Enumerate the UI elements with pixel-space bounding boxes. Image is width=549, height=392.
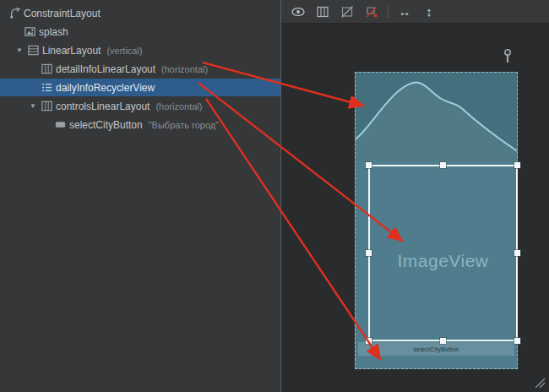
linear-layout-horizontal-icon bbox=[39, 100, 54, 112]
column-guides-icon[interactable] bbox=[314, 3, 331, 20]
tree-item-value: "Выбрать город" bbox=[149, 120, 219, 130]
tree-item-linearlayout[interactable]: ▼ LinearLayout (vertical) bbox=[0, 41, 280, 59]
linear-layout-vertical-icon bbox=[25, 44, 41, 57]
detail-info-chart-area[interactable] bbox=[356, 73, 517, 161]
toggle-off-red-icon[interactable] bbox=[363, 3, 380, 20]
tree-item-label: LinearLayout bbox=[42, 45, 101, 57]
toggle-off-icon[interactable] bbox=[339, 3, 356, 20]
resize-handle[interactable] bbox=[440, 162, 446, 168]
tree-item-meta: (horizontal) bbox=[155, 101, 202, 112]
button-icon bbox=[52, 118, 68, 131]
resize-handle[interactable] bbox=[514, 250, 520, 256]
resize-handle[interactable] bbox=[514, 162, 520, 168]
tree-item-label: dailyInfoRecyclerView bbox=[56, 82, 155, 94]
resize-grip[interactable] bbox=[532, 375, 546, 389]
selection-rect-recyclerview[interactable]: ImageView bbox=[368, 165, 518, 341]
tree-item-detailinfolinearlayout[interactable]: detailInfoLinearLayout (horizontal) bbox=[0, 60, 280, 78]
recycler-view-list-icon bbox=[39, 81, 54, 94]
weather-curve bbox=[356, 73, 517, 161]
imageview-component[interactable]: ImageView bbox=[370, 251, 516, 271]
device-preview[interactable]: ImageView selectCityButton bbox=[355, 72, 518, 369]
tree-item-label: ConstraintLayout bbox=[24, 8, 101, 19]
toolbar-divider bbox=[388, 5, 389, 18]
tree-item-selectcitybutton[interactable]: selectCityButton "Выбрать город" bbox=[0, 116, 280, 133]
resize-handle[interactable] bbox=[366, 162, 372, 168]
tree-item-controlslinearlayout[interactable]: ▼ controlsLinearLayout (horizontal) bbox=[0, 97, 280, 115]
tree-item-splash[interactable]: splash bbox=[0, 23, 280, 41]
tree-item-label: selectCityButton bbox=[69, 119, 143, 131]
linear-layout-horizontal-icon bbox=[39, 63, 54, 75]
resize-handle[interactable] bbox=[366, 250, 372, 256]
eye-icon[interactable] bbox=[290, 3, 307, 20]
tree-item-label: detailInfoLinearLayout bbox=[56, 63, 155, 75]
select-city-button-preview[interactable]: selectCityButton bbox=[358, 342, 514, 356]
tree-item-meta: (horizontal) bbox=[161, 64, 208, 74]
tree-item-label: controlsLinearLayout bbox=[56, 101, 149, 112]
tree-item-dailyinforecyclerview[interactable]: dailyInfoRecyclerView bbox=[0, 79, 280, 96]
wrench-icon[interactable] bbox=[500, 48, 515, 65]
design-surface-toolbar: ↔ ↕ bbox=[281, 0, 549, 24]
resize-handle[interactable] bbox=[514, 338, 520, 344]
tree-item-meta: (vertical) bbox=[106, 46, 142, 56]
constraint-layout-icon bbox=[7, 7, 22, 19]
chevron-down-icon[interactable]: ▼ bbox=[14, 46, 25, 54]
tree-item-label: splash bbox=[39, 26, 68, 38]
chevron-down-icon[interactable]: ▼ bbox=[27, 102, 39, 110]
tree-item-constraintlayout[interactable]: ConstraintLayout bbox=[0, 4, 280, 22]
vertical-resize-icon[interactable]: ↕ bbox=[421, 3, 438, 20]
horizontal-resize-icon[interactable]: ↔ bbox=[396, 3, 413, 20]
image-icon bbox=[22, 25, 37, 38]
component-tree-panel: ConstraintLayout splash ▼ LinearLayout (… bbox=[0, 0, 280, 392]
